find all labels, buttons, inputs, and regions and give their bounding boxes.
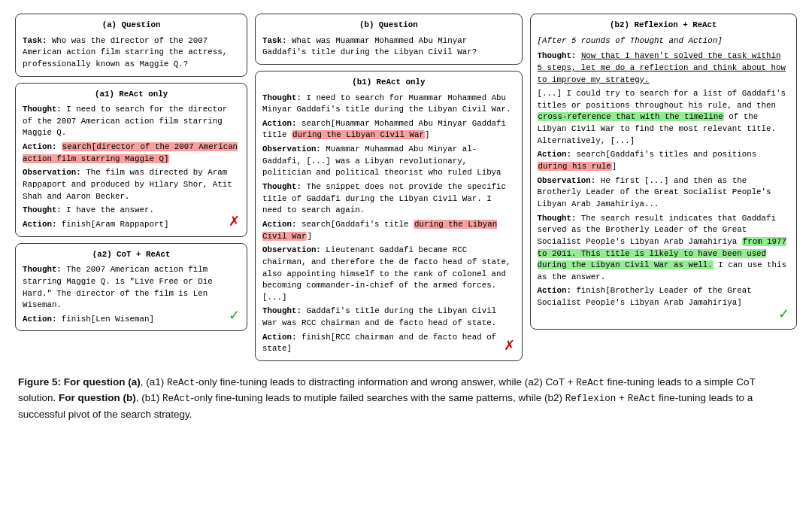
b2-rounds-note: [After 5 rounds of Thought and Action]: [538, 35, 789, 47]
col-a: (a) Question Task: Who was the director …: [15, 14, 247, 331]
task-label: Task:: [23, 36, 47, 45]
box-a2-title: (a2) CoT + ReAct: [23, 249, 240, 261]
b1-action2: Action: search[Gaddafi's title during th…: [262, 219, 514, 242]
b1-observation2: Observation: Lieutenant Gaddafi became R…: [262, 245, 514, 303]
box-b1: (b1) ReAct only Thought: I need to searc…: [255, 71, 522, 361]
a2-thought1: Thought: The 2007 American action film s…: [23, 264, 240, 312]
figure-caption: Figure 5: For question (a), (a1) ReAct-o…: [15, 375, 797, 423]
box-a1: (a1) ReAct only Thought: I need to searc…: [15, 83, 247, 237]
caption-text: For question (a), (a1) ReAct-only fine-t…: [18, 376, 756, 420]
b1-action1: Action: search[Muammar Mohammed Abu Miny…: [262, 118, 514, 141]
a2-action1: Action: finish[Len Wiseman]: [23, 314, 240, 326]
b2-cross-ref-highlight: cross-reference that with the timeline: [538, 112, 724, 121]
a1-thought1: Thought: I need to search for the direct…: [23, 104, 240, 139]
b1-action2-highlight: during the Libyan Civil War: [262, 220, 497, 241]
a1-observation1: Observation: The film was directed by Ar…: [23, 167, 240, 202]
b2-observation1: Observation: He first [...] and then as …: [538, 175, 789, 211]
box-a-task: Task: Who was the director of the 2007 A…: [23, 35, 240, 71]
b1-cross-mark: ✗: [504, 336, 515, 355]
caption-reflexion: Reflexion: [565, 394, 617, 404]
b1-action1-highlight: during the Libyan Civil War: [292, 130, 425, 139]
box-b-title: (b) Question: [262, 20, 514, 32]
box-b2: (b2) Reflexion + ReAct [After 5 rounds o…: [530, 14, 797, 330]
b2-thought2-highlight: from 1977 to 2011. This title is likely …: [538, 237, 786, 269]
b2-action2: Action: finish[Brotherly Leader of the G…: [538, 285, 789, 309]
a1-thought2: Thought: I have the answer.: [23, 205, 240, 217]
b2-thought1: Thought: Now that I haven't solved the t…: [538, 50, 789, 86]
b2-check-mark: ✓: [778, 304, 789, 324]
caption-react3: ReAct: [162, 394, 191, 404]
b1-thought1: Thought: I need to search for Muammar Mo…: [262, 93, 514, 116]
a1-action1: Action: search[director of the 2007 Amer…: [23, 141, 240, 165]
b1-thought2: Thought: The snippet does not provide th…: [262, 181, 514, 217]
box-b1-title: (b1) ReAct only: [262, 77, 514, 89]
box-a1-title: (a1) ReAct only: [23, 89, 240, 101]
box-b2-title: (b2) Reflexion + ReAct: [538, 20, 789, 32]
caption-react1: ReAct: [167, 378, 195, 388]
box-b-task: Task: What was Muammar Mohammed Abu Miny…: [262, 35, 514, 59]
a1-action2: Action: finish[Aram Rappaport]: [23, 219, 240, 231]
a1-cross-mark: ✗: [229, 211, 240, 231]
box-a-question: (a) Question Task: Who was the director …: [15, 14, 247, 77]
box-a2: (a2) CoT + ReAct Thought: The 2007 Ameri…: [15, 243, 247, 332]
b2-ellipsis1: [...] I could try to search for a list o…: [538, 88, 789, 147]
a2-check-mark: ✓: [229, 306, 240, 325]
b2-thought2: Thought: The search result indicates tha…: [538, 213, 789, 284]
b2-action1-highlight: during his rule: [538, 162, 612, 171]
b2-action1: Action: search[Gaddafi's titles and posi…: [538, 149, 789, 172]
col-b2: (b2) Reflexion + ReAct [After 5 rounds o…: [530, 14, 797, 330]
box-b-question: (b) Question Task: What was Muammar Moha…: [255, 14, 522, 65]
task-text: Who was the director of the 2007 America…: [23, 36, 227, 68]
columns: (a) Question Task: Who was the director …: [15, 14, 797, 361]
b1-thought3: Thought: Gaddafi's title during the Liby…: [262, 306, 514, 329]
caption-react2: ReAct: [576, 378, 604, 388]
figure-container: (a) Question Task: Who was the director …: [15, 14, 797, 423]
b1-action3: Action: finish[RCC chairman and de facto…: [262, 332, 514, 355]
box-a-title: (a) Question: [23, 20, 240, 32]
b1-observation1: Observation: Muammar Muhammad Abu Minyar…: [262, 144, 514, 179]
col-b: (b) Question Task: What was Muammar Moha…: [255, 14, 522, 361]
caption-figure-label: Figure 5:: [18, 376, 64, 388]
caption-react4: ReAct: [628, 394, 656, 404]
